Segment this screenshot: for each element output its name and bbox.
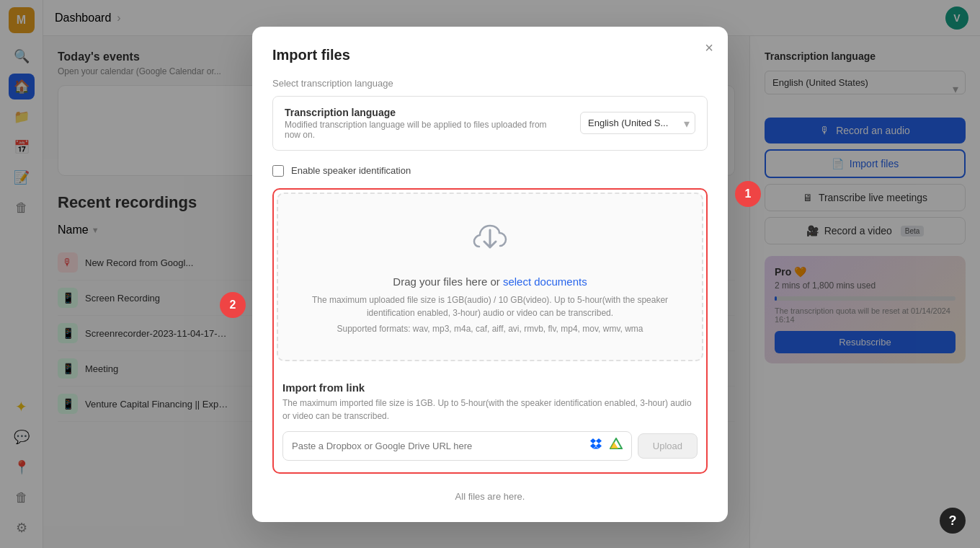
modal-overlay[interactable]: Import files × Select transcription lang…	[0, 0, 980, 548]
select-documents-link[interactable]: select documents	[503, 275, 587, 288]
upload-drag-text: Drag your files here or select documents	[293, 275, 687, 288]
import-files-modal: Import files × Select transcription lang…	[252, 27, 728, 522]
upload-formats-text: Supported formats: wav, mp3, m4a, caf, a…	[293, 324, 687, 334]
modal-close-button[interactable]: ×	[705, 40, 713, 56]
modal-lang-row-desc: Modified transcription language will be …	[285, 120, 557, 140]
modal-lang-select-wrapper[interactable]: English (United S...	[580, 112, 695, 134]
modal-title: Import files	[272, 47, 708, 63]
upload-link-button[interactable]: Upload	[638, 433, 698, 459]
import-link-desc: The maximum imported file size is 1GB. U…	[282, 397, 698, 423]
import-link-title: Import from link	[282, 381, 698, 394]
import-link-section: Import from link The maximum imported fi…	[277, 379, 703, 469]
dropbox-icon	[589, 438, 604, 454]
import-link-input-wrapper	[282, 431, 632, 461]
badge-1: 1	[735, 181, 761, 207]
modal-lang-section-label: Select transcription language	[272, 78, 708, 89]
modal-lang-row-title: Transcription language	[285, 107, 557, 118]
modal-lang-select[interactable]: English (United S...	[580, 112, 695, 134]
upload-dropzone[interactable]: Drag your files here or select documents…	[277, 193, 703, 361]
upload-box-wrapper: Drag your files here or select documents…	[272, 188, 708, 474]
badge-2: 2	[220, 292, 246, 318]
import-link-input[interactable]	[292, 441, 584, 451]
help-button[interactable]: ?	[940, 508, 966, 534]
gdrive-icon	[610, 438, 623, 454]
speaker-id-label: Enable speaker identification	[291, 165, 411, 176]
modal-lang-row: Transcription language Modified transcri…	[272, 96, 708, 151]
speaker-id-row: Enable speaker identification	[272, 165, 708, 177]
modal-footer: All files are here.	[272, 491, 708, 502]
import-link-row: Upload	[282, 431, 698, 461]
cloud-upload-icon	[293, 220, 687, 264]
upload-limit-text: The maximum uploaded file size is 1GB(au…	[293, 293, 687, 319]
modal-lang-section: Select transcription language Transcript…	[272, 78, 708, 151]
speaker-id-checkbox[interactable]	[272, 165, 284, 177]
modal-lang-info: Transcription language Modified transcri…	[285, 107, 557, 140]
